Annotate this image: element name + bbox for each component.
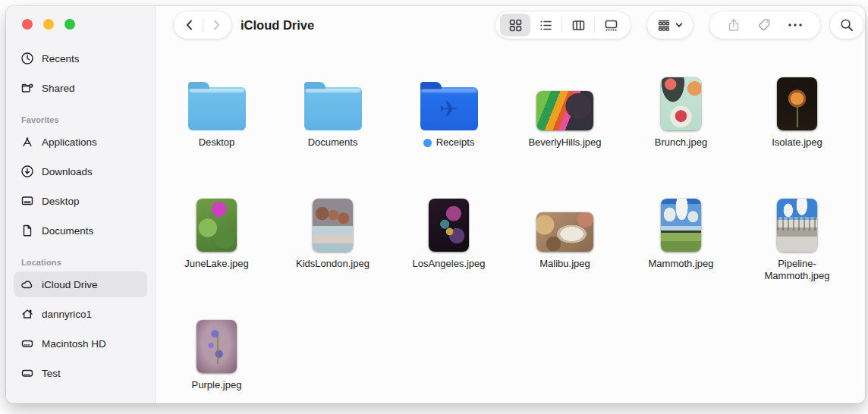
sidebar-item-label: Documents [42, 225, 93, 237]
sidebar-item-dannyrico1[interactable]: dannyrico1 [14, 301, 147, 327]
sidebar-item-shared[interactable]: Shared [14, 75, 147, 101]
file-name: Receipts [423, 136, 475, 149]
folder-icon [304, 87, 362, 130]
image-thumbnail [661, 199, 701, 252]
sidebar-item-applications[interactable]: Applications [14, 129, 147, 155]
forward-button[interactable] [203, 11, 229, 39]
sidebar-item-documents[interactable]: Documents [14, 218, 147, 243]
close-button[interactable] [22, 19, 33, 30]
sidebar-item-recents[interactable]: Recents [14, 45, 147, 71]
file-item-kidslondon[interactable]: KidsLondon.jpeg [275, 188, 391, 309]
file-item-losangeles[interactable]: LosAngeles.jpeg [391, 188, 507, 309]
navigation-buttons [174, 11, 231, 39]
group-by-button[interactable] [647, 11, 693, 39]
desktop-icon [20, 194, 34, 208]
file-item-brunch[interactable]: Brunch.jpeg [623, 67, 739, 188]
file-name: LosAngeles.jpeg [412, 258, 485, 270]
file-name: Desktop [199, 136, 235, 149]
search-icon [839, 17, 854, 33]
image-thumbnail [777, 199, 817, 252]
divider [594, 17, 595, 33]
file-item-mammoth[interactable]: Mammoth.jpeg [623, 188, 739, 309]
file-name: Brunch.jpeg [655, 136, 707, 149]
image-thumbnail [661, 77, 701, 130]
image-thumbnail [313, 199, 353, 252]
zoom-button[interactable] [64, 19, 75, 30]
sidebar-list: Recents Shared Favorites Applications [6, 45, 155, 390]
view-columns-button[interactable] [563, 14, 593, 36]
window-title: iCloud Drive [241, 6, 314, 44]
sidebar-section-favorites: Favorites [6, 105, 155, 129]
sidebar-item-label: Shared [42, 83, 75, 94]
applications-icon [20, 135, 34, 149]
view-icons-button[interactable] [500, 14, 530, 36]
share-button[interactable] [726, 17, 741, 33]
file-name: Documents [308, 136, 358, 149]
sidebar-item-label: Desktop [42, 196, 80, 207]
file-name: Pipeline-Mammoth.jpeg [760, 258, 835, 283]
file-item-desktop[interactable]: Desktop [159, 67, 275, 188]
clock-icon [20, 52, 34, 65]
file-name: Malibu.jpeg [539, 258, 590, 270]
file-item-receipts[interactable]: ✈ Receipts [391, 67, 507, 188]
sidebar-item-label: iCloud Drive [42, 279, 98, 290]
minimize-button[interactable] [43, 19, 54, 30]
document-icon [20, 224, 34, 237]
file-item-beverlyhills[interactable]: BeverlyHills.jpeg [507, 67, 623, 188]
sidebar-item-test[interactable]: Test [14, 360, 147, 386]
sidebar-item-macintosh-hd[interactable]: Macintosh HD [14, 331, 147, 356]
sidebar-section-locations: Locations [6, 247, 155, 271]
file-item-malibu[interactable]: Malibu.jpeg [507, 188, 623, 309]
sidebar-item-icloud-drive[interactable]: iCloud Drive [14, 271, 147, 297]
harddrive-icon [20, 366, 34, 380]
sidebar-item-label: dannyrico1 [42, 309, 92, 320]
file-name: KidsLondon.jpeg [296, 258, 370, 270]
shared-folder-icon [20, 81, 34, 95]
back-button[interactable] [177, 11, 203, 39]
file-item-documents[interactable]: Documents [275, 67, 391, 188]
sidebar-item-label: Applications [42, 136, 97, 148]
image-thumbnail [197, 199, 237, 252]
sidebar: Recents Shared Favorites Applications [6, 6, 156, 403]
divider [561, 17, 562, 33]
toolbar-actions [709, 11, 820, 39]
sidebar-item-label: Downloads [42, 166, 93, 177]
file-item-junelake[interactable]: JuneLake.jpeg [159, 188, 275, 309]
file-name: Isolate.jpeg [772, 136, 822, 149]
view-list-button[interactable] [530, 14, 561, 36]
traffic-lights [22, 19, 75, 30]
image-thumbnail [197, 320, 237, 373]
image-thumbnail [536, 91, 593, 130]
more-button[interactable] [787, 17, 804, 33]
view-switcher [495, 11, 631, 39]
image-thumbnail [777, 77, 817, 130]
file-name: BeverlyHills.jpeg [528, 136, 601, 149]
file-grid: Desktop Documents ✈ Receipts BeverlyHill… [159, 67, 855, 403]
folder-icon [188, 87, 246, 130]
sidebar-item-label: Recents [42, 53, 80, 64]
downloads-icon [20, 165, 34, 178]
view-gallery-button[interactable] [596, 14, 626, 36]
harddrive-icon [20, 337, 34, 350]
file-item-purple[interactable]: Purple.jpeg [159, 309, 275, 403]
file-item-pipeline-mammoth[interactable]: Pipeline-Mammoth.jpeg [739, 188, 855, 309]
content-area: iCloud Drive [156, 6, 865, 403]
chevron-down-icon [675, 20, 684, 30]
search-button[interactable] [830, 11, 863, 39]
file-name: Mammoth.jpeg [649, 258, 714, 270]
sidebar-item-downloads[interactable]: Downloads [14, 158, 147, 184]
image-thumbnail [536, 212, 593, 252]
tag-icon[interactable] [756, 17, 772, 33]
file-item-isolate[interactable]: Isolate.jpeg [739, 67, 855, 188]
sidebar-item-label: Macintosh HD [42, 338, 106, 350]
file-name: Purple.jpeg [192, 379, 242, 391]
sidebar-item-desktop[interactable]: Desktop [14, 188, 147, 214]
file-name: JuneLake.jpeg [184, 258, 249, 270]
folder-icon: ✈ [420, 87, 478, 130]
icloud-icon [20, 278, 34, 291]
finder-window: Recents Shared Favorites Applications [6, 6, 865, 403]
sidebar-item-label: Test [42, 368, 61, 379]
image-thumbnail [429, 199, 469, 252]
airplane-icon: ✈ [420, 87, 478, 130]
home-icon [20, 307, 34, 321]
